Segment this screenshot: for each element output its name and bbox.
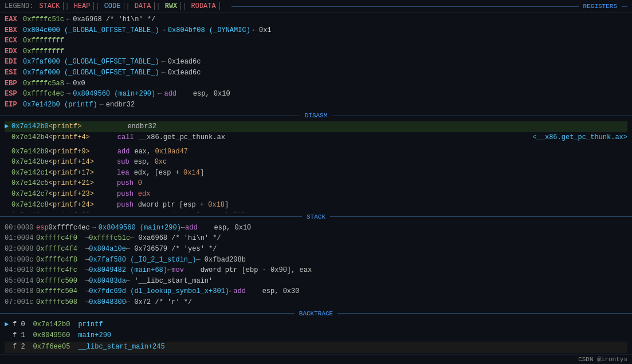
stack-arrow-2: → <box>85 244 89 255</box>
stack-val-5: 0x80483da <box>89 276 126 287</box>
backtrace-panel: ► f 0 0x7e142b0 printf f 1 0x8049560 mai… <box>0 318 632 354</box>
stack-row-5: 05:0014 0xffffc500 → 0x80483da ← '__libc… <box>5 276 627 287</box>
legend-bar: LEGEND: STACK | HEAP | CODE | DATA | RWX… <box>0 0 632 13</box>
reg-arrow-ebx2: ← <box>253 25 257 36</box>
bt-row-1: f 1 0x8049560 main+290 <box>5 330 627 342</box>
stack-op-7: ← 0x72 /* 'r' */ <box>126 297 192 308</box>
bt-func-0: printf <box>78 319 103 331</box>
reg-name-eip: EIP <box>5 100 23 110</box>
bt-addr-0: 0x7e142b0 <box>33 319 70 331</box>
bottom-bar: CSDN @irontys <box>0 354 632 364</box>
disasm-header-line-left <box>0 116 300 116</box>
legend-rodata: RODATA <box>188 2 220 10</box>
reg-args-esp: esp, 0x10 <box>176 89 230 100</box>
bt-arrow-0: ► <box>5 319 13 331</box>
disasm-func-6: <printf+23> <box>49 189 94 200</box>
backtrace-section-header: BACKTRACE <box>0 309 632 318</box>
backtrace-header-line-right <box>337 313 632 314</box>
reg-val-eip: 0x7e142b0 (printf) <box>23 100 97 110</box>
disasm-ops-2: eax, 0x19ad47 <box>134 147 188 157</box>
stack-idx-6: 06:0018 <box>5 286 36 297</box>
bt-row-2: f 2 0x7f6ee05 __libc_start_main+245 <box>5 342 627 353</box>
stack-idx-1: 01:0004 <box>5 233 36 244</box>
reg-name-ebx: EBX <box>5 25 23 36</box>
reg-arrow-edi: ← <box>162 57 166 68</box>
stack-idx-3: 03:000c <box>5 255 36 266</box>
disasm-addr-5: 0x7e142c5 <box>11 178 49 189</box>
stack-idx-0: 00:0000 <box>5 223 36 234</box>
stack-mnem-0: add <box>185 223 198 234</box>
reg-arrow-esp2: ← <box>158 89 162 100</box>
bt-idx-1: f 1 <box>13 330 25 342</box>
disasm-row-3: 0x7e142be <printf+14> sub esp, 0xc <box>5 157 627 168</box>
reg-val-ebp: 0xffffc5a8 <box>23 78 64 89</box>
stack-op-4b: dword ptr [ebp - 0x90], eax <box>184 265 312 276</box>
reg-arrow-ebp: ← <box>66 78 70 89</box>
stack-op-5: ← '__libc_start_main' <box>126 276 213 287</box>
reg-row-edi: EDI 0x7faf000 (_GLOBAL_OFFSET_TABLE_) ← … <box>5 57 627 68</box>
reg-arrow-ebx1: → <box>162 25 166 36</box>
disasm-target-1: <__x86.get_pc_thunk.ax> <box>532 132 627 143</box>
stack-idx-7: 07:001c <box>5 297 36 308</box>
stack-op-1: ← 0xa6968 /* 'hi\n' */ <box>130 233 221 244</box>
stack-mnem-4: mov <box>171 265 184 276</box>
stack-row-2: 02:0008 0xffffc4f4 → 0x804a10e ← 0x73657… <box>5 244 627 255</box>
reg-row-edx: EDX 0xffffffff <box>5 46 627 57</box>
reg-ann-edi: 0x1ead6c <box>168 57 201 68</box>
disasm-func-3: <printf+14> <box>49 157 94 168</box>
reg-row-esi: ESI 0x7faf000 (_GLOBAL_OFFSET_TABLE_) ← … <box>5 68 627 78</box>
reg-arrow-eax: ← <box>66 14 70 25</box>
disasm-row-5: 0x7e142c5 <printf+21> push 0 <box>5 178 627 189</box>
disasm-section-title: DISASM <box>300 112 332 119</box>
reg-name-ecx: ECX <box>5 35 23 46</box>
reg-val-esp: 0xffffc4ec <box>23 89 64 100</box>
bt-addr-2: 0x7f6ee05 <box>33 342 70 353</box>
stack-val-7: 0x8048300 <box>89 297 126 308</box>
disasm-func-4: <printf+17> <box>49 168 94 179</box>
stack-header-line-left <box>0 216 302 217</box>
disasm-addr-2: 0x7e142b9 <box>11 147 49 157</box>
disasm-func-5: <printf+21> <box>49 178 94 189</box>
disasm-func-2: <printf+9> <box>49 147 90 157</box>
stack-idx-5: 05:0014 <box>5 276 36 287</box>
disasm-addr-1: 0x7e142b4 <box>11 132 49 143</box>
stack-panel: 00:0000 esp 0xffffc4ec → 0x8049560 (main… <box>0 221 632 309</box>
reg-row-ecx: ECX 0xffffffff <box>5 35 627 46</box>
stack-row-4: 04:0010 0xffffc4fc → 0x8049482 (main+68)… <box>5 265 627 276</box>
stack-addr-5: 0xffffc500 <box>36 276 85 287</box>
watermark-text: CSDN @irontys <box>578 356 627 363</box>
reg-ann-ebp: 0x0 <box>73 78 85 89</box>
stack-mnem-6: add <box>233 286 246 297</box>
stack-addr-4: 0xffffc4fc <box>36 265 85 276</box>
stack-addr-1: 0xffffc4f0 <box>36 233 85 244</box>
reg-name-edx: EDX <box>5 46 23 57</box>
stack-addr-6: 0xffffc504 <box>36 286 85 297</box>
stack-args-0: esp, 0x10 <box>198 223 252 234</box>
reg-ann-esi: 0x1ead6c <box>168 68 201 78</box>
stack-addr-3: 0xffffc4f8 <box>36 255 85 266</box>
stack-op-6a: ← <box>229 286 233 297</box>
legend-sep5: | <box>181 2 187 10</box>
disasm-row-current: ► 0x7e142b0 <printf> endbr32 <box>5 121 627 132</box>
stack-arrow-4: → <box>85 265 89 276</box>
disasm-mnem-4: lea <box>117 168 129 179</box>
disasm-mnem-5: push <box>117 178 134 189</box>
registers-panel: EAX 0xffffc51c ← 0xa6968 /* 'hi\n' */ EB… <box>0 13 632 111</box>
stack-val-4: 0x8049482 (main+68) <box>89 265 167 276</box>
reg-op-esp: add <box>164 89 176 100</box>
reg-dest-esp: 0x8049560 (main+290) <box>73 89 155 100</box>
stack-arrow-7: → <box>85 297 89 308</box>
disasm-mnem-7: push <box>117 200 134 211</box>
reg-val-ecx: 0xffffffff <box>23 35 64 46</box>
reg-name-esp: ESP <box>5 89 23 100</box>
reg-arrow-esp1: → <box>66 89 70 100</box>
disasm-row-7: 0x7e142c8 <printf+24> push dword ptr [es… <box>5 200 627 211</box>
stack-addr-7: 0xffffc508 <box>36 297 85 308</box>
disasm-ops-5: 0 <box>138 178 142 189</box>
backtrace-section-title: BACKTRACE <box>295 310 337 317</box>
disasm-ops-3: esp, 0xc <box>134 157 167 168</box>
reg-val-edi: 0x7faf000 (_GLOBAL_OFFSET_TABLE_) <box>23 57 159 68</box>
reg-val-ebx2: 0x804bf08 (_DYNAMIC) <box>168 25 250 36</box>
disasm-mnem-6: push <box>117 189 134 200</box>
stack-row-1: 01:0004 0xffffc4f0 → 0xffffc51c ← 0xa696… <box>5 233 627 244</box>
